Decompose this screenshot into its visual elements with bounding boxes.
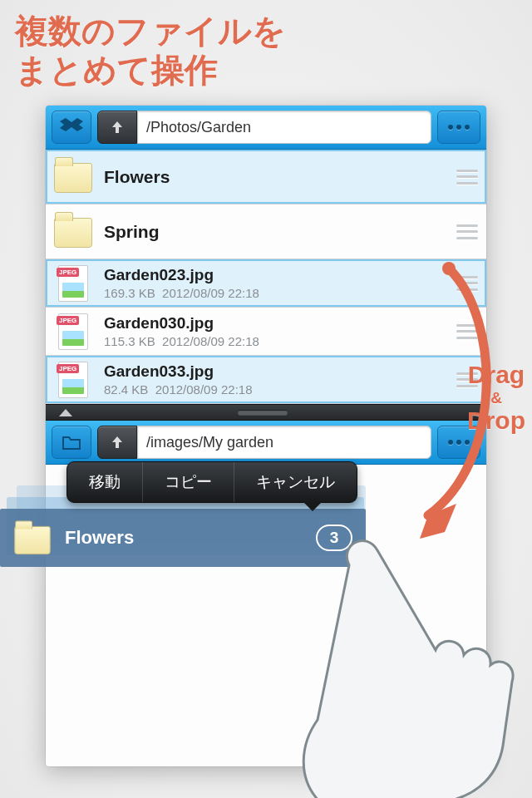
list-item[interactable]: Garden030.jpg 115.3 KB 2012/08/09 22:18	[46, 308, 486, 356]
jpeg-icon	[58, 313, 88, 350]
file-list-top: Flowers Spring Garden023.jpg 169.3 KB 20…	[46, 150, 486, 404]
up-button-bottom[interactable]	[97, 426, 137, 459]
item-name: Flowers	[104, 167, 456, 187]
list-item[interactable]: Garden033.jpg 82.4 KB 2012/08/09 22:18	[46, 356, 486, 404]
item-meta: 115.3 KB 2012/08/09 22:18	[104, 334, 456, 348]
bottom-toolbar: /images/My garden	[46, 421, 486, 465]
drag-ghost[interactable]: Flowers 3	[0, 509, 366, 567]
up-arrow-icon	[109, 434, 126, 451]
up-arrow-icon	[109, 119, 126, 135]
drag-count-badge: 3	[316, 525, 352, 551]
item-name: Garden033.jpg	[104, 362, 456, 381]
item-meta: 82.4 KB 2012/08/09 22:18	[104, 382, 456, 397]
item-name: Spring	[104, 222, 456, 242]
dropbox-button[interactable]	[52, 111, 91, 144]
ellipsis-icon	[448, 440, 470, 445]
folder-icon	[14, 526, 51, 554]
item-name: Garden023.jpg	[104, 266, 456, 284]
move-button[interactable]: 移動	[67, 462, 143, 502]
drag-item-name: Flowers	[65, 527, 134, 549]
jpeg-icon	[58, 265, 88, 302]
up-button-top[interactable]	[97, 111, 137, 144]
drag-handle-icon[interactable]	[456, 170, 478, 185]
ellipsis-icon	[448, 125, 470, 130]
path-text-bottom: /images/My garden	[146, 434, 273, 451]
folder-icon	[54, 218, 92, 248]
folder-outline-icon	[62, 433, 81, 451]
panel-splitter[interactable]	[46, 404, 486, 421]
list-item[interactable]: Flowers	[46, 150, 486, 204]
folder-icon	[54, 163, 92, 193]
expand-up-icon	[59, 409, 72, 416]
path-field-bottom[interactable]: /images/My garden	[137, 426, 431, 459]
path-text-top: /Photos/Garden	[146, 119, 251, 136]
jpeg-icon	[58, 362, 88, 398]
local-button[interactable]	[52, 426, 91, 459]
drag-drop-label: Drag & Drop	[467, 362, 525, 434]
drag-handle-icon[interactable]	[456, 276, 478, 291]
headline-line2: まとめて操作	[15, 52, 218, 88]
app-window: /Photos/Garden Flowers Spring Garden023.…	[46, 106, 486, 766]
list-item[interactable]: Spring	[46, 204, 486, 259]
path-field-top[interactable]: /Photos/Garden	[137, 111, 431, 144]
item-name: Garden030.jpg	[104, 314, 456, 332]
top-toolbar: /Photos/Garden	[46, 106, 486, 150]
cancel-button[interactable]: キャンセル	[234, 462, 357, 502]
headline-line1: 複数のファイルを	[15, 12, 286, 49]
grip-bar-icon	[238, 410, 288, 415]
action-popup: 移動 コピー キャンセル	[66, 461, 357, 503]
item-meta: 169.3 KB 2012/08/09 22:18	[104, 286, 456, 300]
copy-button[interactable]: コピー	[143, 462, 234, 502]
drag-handle-icon[interactable]	[456, 224, 478, 239]
drag-handle-icon[interactable]	[456, 324, 478, 339]
list-item[interactable]: Garden023.jpg 169.3 KB 2012/08/09 22:18	[46, 259, 486, 308]
more-button-top[interactable]	[437, 111, 480, 144]
dropbox-icon	[60, 117, 83, 137]
promo-headline: 複数のファイルを まとめて操作	[15, 12, 286, 90]
